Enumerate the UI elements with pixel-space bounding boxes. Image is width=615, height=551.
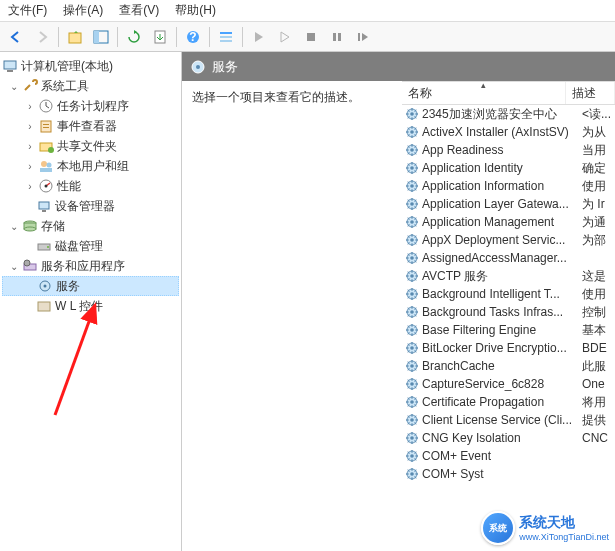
service-row[interactable]: AVCTP 服务这是	[402, 267, 615, 285]
stop-button	[299, 25, 323, 49]
service-name: Application Identity	[422, 161, 582, 175]
share-icon	[38, 138, 54, 154]
details-view-button[interactable]	[214, 25, 238, 49]
gear-icon	[404, 232, 420, 248]
tree-disk-management[interactable]: 磁盘管理	[2, 236, 179, 256]
service-row[interactable]: Certificate Propagation将用	[402, 393, 615, 411]
collapse-icon[interactable]: ⌄	[8, 220, 20, 232]
column-name[interactable]: ▴ 名称	[402, 82, 566, 104]
service-row[interactable]: Base Filtering Engine基本	[402, 321, 615, 339]
gear-icon	[404, 160, 420, 176]
service-row[interactable]: Application Information使用	[402, 177, 615, 195]
svg-rect-2	[94, 31, 99, 43]
service-row[interactable]: COM+ Event	[402, 447, 615, 465]
tree-label: 磁盘管理	[55, 238, 103, 255]
tree-panel: 计算机管理(本地) ⌄ 系统工具 › 任务计划程序 › 事件查看器 › 共享文件…	[0, 52, 182, 551]
service-name: CaptureService_6c828	[422, 377, 582, 391]
service-row[interactable]: App Readiness当用	[402, 141, 615, 159]
tree-system-tools[interactable]: ⌄ 系统工具	[2, 76, 179, 96]
tree-device-manager[interactable]: 设备管理器	[2, 196, 179, 216]
svg-rect-18	[43, 127, 49, 128]
service-row[interactable]: AssignedAccessManager...	[402, 249, 615, 267]
service-row[interactable]: ActiveX Installer (AxInstSV)为从	[402, 123, 615, 141]
help-button[interactable]: ?	[181, 25, 205, 49]
expand-icon[interactable]: ›	[24, 140, 36, 152]
svg-rect-26	[39, 202, 49, 209]
service-row[interactable]: CNG Key IsolationCNC	[402, 429, 615, 447]
service-row[interactable]: CaptureService_6c828One	[402, 375, 615, 393]
tree-storage[interactable]: ⌄ 存储	[2, 216, 179, 236]
menu-file[interactable]: 文件(F)	[8, 2, 47, 19]
menu-view[interactable]: 查看(V)	[119, 2, 159, 19]
svg-point-32	[47, 246, 49, 248]
service-row[interactable]: Client License Service (Cli...提供	[402, 411, 615, 429]
separator	[176, 27, 177, 47]
service-name: COM+ Event	[422, 449, 582, 463]
svg-point-55	[410, 238, 414, 242]
gear-icon	[404, 178, 420, 194]
gear-icon	[404, 214, 420, 230]
svg-point-51	[410, 202, 414, 206]
tree-services[interactable]: 服务	[2, 276, 179, 296]
service-row[interactable]: 2345加速浏览器安全中心<读...	[402, 105, 615, 123]
storage-icon	[22, 218, 38, 234]
service-row[interactable]: BitLocker Drive Encryptio...BDE	[402, 339, 615, 357]
gear-icon	[404, 394, 420, 410]
service-row[interactable]: Application Management为通	[402, 213, 615, 231]
expand-icon[interactable]: ›	[24, 100, 36, 112]
tree-label: 本地用户和组	[57, 158, 129, 175]
tree-root[interactable]: 计算机管理(本地)	[2, 56, 179, 76]
tree-services-apps[interactable]: ⌄ 服务和应用程序	[2, 256, 179, 276]
gear-icon	[404, 106, 420, 122]
tree-wmi[interactable]: W L 控件	[2, 296, 179, 316]
expand-icon[interactable]: ›	[24, 180, 36, 192]
pause-button	[325, 25, 349, 49]
tree-label: 系统工具	[41, 78, 89, 95]
service-desc: 为部	[582, 232, 615, 249]
column-name-label: 名称	[408, 85, 432, 102]
back-button[interactable]	[4, 25, 28, 49]
tools-icon	[22, 78, 38, 94]
service-row[interactable]: AppX Deployment Servic...为部	[402, 231, 615, 249]
services-list[interactable]: 2345加速浏览器安全中心<读...ActiveX Installer (AxI…	[402, 105, 615, 551]
collapse-icon[interactable]: ⌄	[8, 260, 20, 272]
up-button[interactable]	[63, 25, 87, 49]
service-name: ActiveX Installer (AxInstSV)	[422, 125, 582, 139]
svg-point-47	[410, 166, 414, 170]
menu-action[interactable]: 操作(A)	[63, 2, 103, 19]
svg-point-73	[410, 400, 414, 404]
menu-help[interactable]: 帮助(H)	[175, 2, 216, 19]
svg-rect-23	[40, 168, 52, 172]
service-desc: 基本	[582, 322, 615, 339]
svg-point-34	[24, 260, 30, 266]
tree-shared-folders[interactable]: › 共享文件夹	[2, 136, 179, 156]
svg-point-79	[410, 454, 414, 458]
refresh-button[interactable]	[122, 25, 146, 49]
tree-label: 服务和应用程序	[41, 258, 125, 275]
description-panel: 选择一个项目来查看它的描述。	[182, 81, 402, 551]
tree-task-scheduler[interactable]: › 任务计划程序	[2, 96, 179, 116]
gear-icon	[404, 322, 420, 338]
svg-rect-12	[358, 33, 360, 41]
service-name: CNG Key Isolation	[422, 431, 582, 445]
service-row[interactable]: Background Intelligent T...使用	[402, 285, 615, 303]
disk-icon	[36, 238, 52, 254]
column-desc[interactable]: 描述	[566, 82, 615, 104]
service-desc: 使用	[582, 178, 615, 195]
service-row[interactable]: Application Identity确定	[402, 159, 615, 177]
export-button[interactable]	[148, 25, 172, 49]
tree-local-users[interactable]: › 本地用户和组	[2, 156, 179, 176]
tree-event-viewer[interactable]: › 事件查看器	[2, 116, 179, 136]
tree-performance[interactable]: › 性能	[2, 176, 179, 196]
svg-rect-37	[38, 302, 50, 311]
show-hide-tree-button[interactable]	[89, 25, 113, 49]
expand-icon[interactable]: ›	[24, 120, 36, 132]
service-row[interactable]: Application Layer Gatewa...为 Ir	[402, 195, 615, 213]
service-row[interactable]: BranchCache此服	[402, 357, 615, 375]
gear-icon	[404, 268, 420, 284]
separator	[242, 27, 243, 47]
service-row[interactable]: Background Tasks Infras...控制	[402, 303, 615, 321]
collapse-icon[interactable]: ⌄	[8, 80, 20, 92]
expand-icon[interactable]: ›	[24, 160, 36, 172]
service-row[interactable]: COM+ Syst	[402, 465, 615, 483]
